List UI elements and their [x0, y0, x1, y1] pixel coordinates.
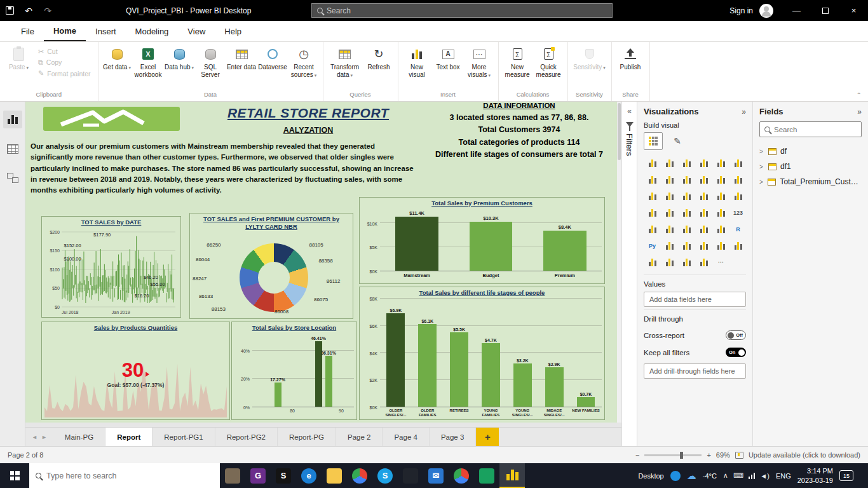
stacked-area-chart-icon[interactable]: [678, 172, 695, 188]
table-icon[interactable]: [695, 221, 712, 238]
clustered-bar-chart-icon[interactable]: [678, 155, 695, 172]
paste-button[interactable]: Paste: [3, 44, 34, 80]
decomposition-tree-icon[interactable]: [678, 238, 695, 254]
new-measure-button[interactable]: New measure: [502, 44, 533, 81]
close-button[interactable]: ×: [839, 0, 868, 21]
paginated-report-icon[interactable]: [729, 238, 747, 254]
azure-map-icon[interactable]: [695, 205, 712, 221]
chart-store-location[interactable]: Total Sales by Store Location 0%20%40%17…: [231, 322, 357, 420]
tab-modeling[interactable]: Modeling: [126, 21, 179, 41]
funnel-chart-icon[interactable]: [661, 188, 678, 205]
qa-icon[interactable]: [695, 238, 712, 254]
stacked-bar-chart-icon[interactable]: [644, 155, 661, 172]
waterfall-chart-icon[interactable]: [644, 188, 661, 205]
power-automate-icon[interactable]: [661, 254, 678, 271]
canvas-scrollbar[interactable]: [617, 102, 621, 423]
line-and-stacked-column-chart-icon[interactable]: [695, 172, 712, 188]
browser-taskbar-icon[interactable]: [449, 463, 474, 488]
cross-report-toggle[interactable]: Off: [726, 330, 746, 340]
scatter-chart-icon[interactable]: [678, 188, 695, 205]
matrix-icon[interactable]: [712, 221, 729, 238]
sign-in-link[interactable]: Sign in: [729, 6, 753, 15]
page-tab-main-pg[interactable]: Main-PG: [53, 428, 105, 446]
touch-keyboard-icon[interactable]: ⌨: [733, 471, 743, 480]
chart-life-stages[interactable]: Total Sales by different life stages of …: [359, 287, 605, 420]
network-icon[interactable]: [749, 473, 756, 479]
page-tab-page-2[interactable]: Page 2: [336, 428, 383, 446]
sensitivity-button[interactable]: Sensitivity: [571, 44, 608, 80]
shape-map-icon[interactable]: [678, 205, 695, 221]
metrics-icon[interactable]: [695, 254, 712, 271]
new-visual-button[interactable]: New visual: [402, 44, 433, 81]
format-painter-button[interactable]: ✎Format painter: [34, 68, 95, 79]
tab-file[interactable]: File: [11, 21, 44, 41]
map-icon[interactable]: [644, 205, 661, 221]
bar-premium[interactable]: [543, 231, 586, 271]
field-item-total_premium_customer[interactable]: >Total_Premium_Customer: [759, 174, 862, 189]
mail-taskbar-icon[interactable]: ✉: [423, 463, 449, 488]
collapse-fields-icon[interactable]: »: [857, 107, 862, 116]
model-view-button[interactable]: [3, 169, 22, 187]
recent-sources-button[interactable]: ◷Recent sources: [288, 44, 320, 81]
language-indicator[interactable]: ENG: [776, 472, 791, 480]
collapse-visualizations-icon[interactable]: »: [742, 107, 746, 116]
enter-data-button[interactable]: Enter data: [226, 44, 257, 80]
more-options-icon[interactable]: ···: [712, 254, 729, 271]
smart-narrative-icon[interactable]: [712, 238, 729, 254]
chart-product-quantities[interactable]: Sales by Products Quantities 30Goal: $57…: [41, 322, 230, 420]
python-visual-icon[interactable]: Py: [644, 238, 661, 254]
data-hub-button[interactable]: Data hub: [164, 44, 195, 80]
donut-chart-icon[interactable]: [712, 188, 729, 205]
arcgis-map-icon[interactable]: [644, 254, 661, 271]
dataverse-button[interactable]: Dataverse: [257, 44, 288, 80]
notification-center-button[interactable]: 15: [839, 470, 853, 481]
format-visual-tab[interactable]: ✎: [668, 132, 687, 150]
page-tab-report-pg2[interactable]: Report-PG2: [215, 428, 278, 446]
tab-view[interactable]: View: [178, 21, 215, 41]
photos-taskbar-icon[interactable]: [220, 463, 245, 488]
bar-36.31%[interactable]: [325, 356, 332, 407]
zoom-in-button[interactable]: +: [707, 451, 710, 459]
file-explorer-taskbar-icon[interactable]: [322, 463, 347, 488]
get-data-button[interactable]: Get data: [102, 44, 133, 80]
zoom-out-button[interactable]: −: [635, 451, 639, 459]
ribbon-chart-icon[interactable]: [729, 172, 747, 188]
bar-17.27%[interactable]: [275, 383, 281, 407]
filled-map-icon[interactable]: [661, 205, 678, 221]
power-bi-taskbar-icon[interactable]: [499, 463, 525, 488]
media-player-taskbar-icon[interactable]: G: [245, 463, 271, 488]
expand-chevron-icon[interactable]: >: [759, 148, 764, 155]
slicer-icon[interactable]: [678, 254, 695, 271]
filters-pane-title[interactable]: Filters: [625, 133, 634, 156]
page-tab-report[interactable]: Report: [105, 428, 153, 446]
bar-budget[interactable]: [470, 222, 512, 271]
multi-row-card-icon[interactable]: [661, 221, 678, 238]
clustered-column-chart-icon[interactable]: [695, 155, 712, 172]
publish-button[interactable]: Publish: [615, 44, 646, 80]
line-chart-icon[interactable]: [644, 172, 661, 188]
undo-button[interactable]: ↶: [19, 0, 38, 21]
key-influencers-icon[interactable]: [661, 238, 678, 254]
copy-button[interactable]: ⧉Copy: [34, 57, 95, 68]
bar-retirees[interactable]: [450, 332, 468, 407]
bar-older-families[interactable]: [418, 324, 437, 407]
kpi-icon[interactable]: [678, 221, 695, 238]
bar-new-families[interactable]: [577, 397, 595, 407]
tab-insert[interactable]: Insert: [86, 21, 126, 41]
chrome-taskbar-icon[interactable]: [347, 463, 372, 488]
card-icon[interactable]: [644, 221, 661, 238]
bar-young-families[interactable]: [482, 343, 500, 407]
report-view-button[interactable]: [3, 111, 22, 128]
r-script-icon[interactable]: R: [729, 221, 747, 238]
expand-chevron-icon[interactable]: >: [759, 179, 764, 186]
excel-workbook-button[interactable]: Excel workbook: [133, 44, 164, 81]
meet-now-icon[interactable]: [670, 471, 681, 481]
maximize-button[interactable]: [811, 0, 839, 21]
store-app-taskbar-icon[interactable]: [474, 463, 499, 488]
expand-chevron-icon[interactable]: >: [759, 163, 764, 170]
tray-chevron-icon[interactable]: ∧: [723, 471, 728, 480]
field-item-df1[interactable]: >df1: [759, 159, 862, 174]
chart-tot-sales-by-date[interactable]: TOT SALES by DATE $0$50$100$150$200$177.…: [41, 216, 181, 318]
treemap-icon[interactable]: [729, 188, 747, 205]
gauge-icon[interactable]: [712, 205, 729, 221]
